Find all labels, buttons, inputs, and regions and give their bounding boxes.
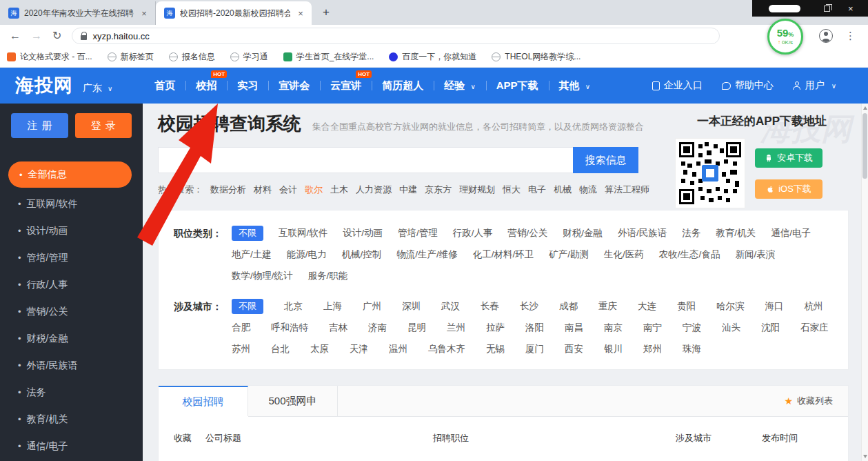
category-option[interactable]: 通信/电子 — [771, 223, 811, 244]
category-option[interactable]: 行政/人事 — [453, 223, 493, 244]
header-link[interactable]: 用户 ∨ — [793, 79, 836, 92]
hot-keyword[interactable]: 材料 — [254, 184, 272, 196]
page-scrollbar[interactable] — [861, 104, 868, 461]
site-logo[interactable]: 海投网 — [15, 73, 73, 98]
city-option[interactable]: 昆明 — [407, 317, 426, 338]
hot-keyword[interactable]: 歌尔 — [305, 184, 323, 196]
search-button[interactable]: 搜索信息 — [573, 147, 638, 173]
city-option[interactable]: 珠海 — [683, 339, 701, 360]
city-option[interactable]: 成都 — [559, 296, 578, 317]
nav-item[interactable]: 实习 — [227, 79, 268, 92]
register-button[interactable]: 注册 — [11, 113, 68, 138]
search-input[interactable] — [158, 147, 573, 173]
sidebar-item[interactable]: 管培/管理 — [0, 244, 143, 271]
category-option[interactable]: 教育/机关 — [716, 223, 756, 244]
reload-icon[interactable]: ↻ — [52, 30, 61, 41]
sidebar-item[interactable]: 设计/动画 — [0, 217, 143, 244]
hot-keyword[interactable]: 算法工程师 — [605, 184, 649, 196]
hot-keyword[interactable]: 土木 — [330, 184, 348, 196]
hot-keyword[interactable]: 人力资源 — [356, 184, 392, 196]
android-download-button[interactable]: 安卓下载 — [755, 148, 822, 168]
city-option[interactable]: 汕头 — [722, 317, 740, 338]
hot-keyword[interactable]: 物流 — [579, 184, 597, 196]
city-option[interactable]: 乌鲁木齐 — [428, 339, 465, 360]
city-option[interactable]: 银川 — [604, 339, 623, 360]
city-option[interactable]: 深圳 — [402, 296, 421, 317]
nav-item[interactable]: 经验 ∨ — [434, 79, 486, 92]
nav-item[interactable]: 其他 ∨ — [549, 79, 601, 92]
hot-keyword[interactable]: 电子 — [528, 184, 546, 196]
hot-keyword[interactable]: 机械 — [554, 184, 572, 196]
category-option[interactable]: 地产/土建 — [232, 244, 272, 265]
city-option[interactable]: 长沙 — [520, 296, 538, 317]
close-window-icon[interactable]: × — [848, 3, 854, 14]
city-option[interactable]: 天津 — [350, 339, 368, 360]
region-selector[interactable]: 广东 ∨ — [83, 82, 112, 95]
category-option[interactable]: 法务 — [682, 223, 700, 244]
bookmark-item[interactable]: 学生首页_在线学堂... — [283, 51, 374, 63]
category-option[interactable]: 机械/控制 — [342, 244, 382, 265]
city-option[interactable]: 合肥 — [232, 317, 250, 338]
city-option[interactable]: 西安 — [565, 339, 583, 360]
hot-keyword[interactable]: 恒大 — [503, 184, 521, 196]
tab-close-icon[interactable]: × — [295, 8, 306, 19]
tab-fortune500[interactable]: 500强网申 — [248, 386, 338, 416]
url-field[interactable]: xyzp.haitou.cc — [72, 28, 720, 44]
category-option[interactable]: 服务/职能 — [308, 266, 348, 286]
browser-tab-1[interactable]: 海 2020年华南农业大学在线招聘会 × — [0, 1, 156, 25]
city-option[interactable]: 贵阳 — [677, 296, 696, 317]
category-option[interactable]: 化工/材料/环卫 — [473, 244, 534, 265]
city-option[interactable]: 拉萨 — [486, 317, 505, 338]
city-option[interactable]: 无锡 — [486, 339, 505, 360]
bookmark-item[interactable]: 论文格式要求 - 百... — [7, 51, 92, 63]
back-icon[interactable]: ← — [10, 30, 21, 41]
hot-keyword[interactable]: 数据分析 — [210, 184, 246, 196]
city-option[interactable]: 温州 — [389, 339, 407, 360]
city-option[interactable]: 兰州 — [447, 317, 465, 338]
city-option[interactable]: 石家庄 — [800, 317, 829, 338]
category-option[interactable]: 农牧/生态/食品 — [659, 244, 720, 265]
city-option[interactable]: 南京 — [604, 317, 623, 338]
bookmark-item[interactable]: 报名信息 — [169, 51, 215, 63]
city-any-chip[interactable]: 不限 — [232, 299, 263, 315]
city-option[interactable]: 哈尔滨 — [716, 296, 745, 317]
forward-icon[interactable]: → — [31, 30, 42, 41]
bookmark-item[interactable]: 百度一下，你就知道 — [389, 51, 476, 63]
category-option[interactable]: 外语/民族语 — [618, 223, 667, 244]
sidebar-item-all-active[interactable]: 全部信息 — [8, 161, 132, 188]
hot-keyword[interactable]: 中建 — [399, 184, 417, 196]
city-option[interactable]: 沈阳 — [761, 317, 780, 338]
city-option[interactable]: 武汉 — [441, 296, 460, 317]
category-option[interactable]: 财税/金融 — [563, 223, 603, 244]
scroll-up-icon[interactable] — [863, 106, 867, 110]
city-option[interactable]: 苏州 — [232, 339, 250, 360]
category-option[interactable]: 营销/公关 — [508, 223, 548, 244]
city-option[interactable]: 济南 — [368, 317, 387, 338]
browser-tab-2-active[interactable]: 海 校园招聘-2020最新校园招聘会信 × — [156, 1, 312, 25]
city-option[interactable]: 太原 — [310, 339, 329, 360]
sidebar-item[interactable]: 外语/民族语 — [0, 352, 143, 379]
profile-icon[interactable] — [819, 29, 833, 43]
hot-keyword[interactable]: 会计 — [279, 184, 297, 196]
sidebar-item[interactable]: 行政/人事 — [0, 271, 143, 298]
city-option[interactable]: 南昌 — [565, 317, 583, 338]
category-option[interactable]: 设计/动画 — [343, 223, 383, 244]
city-option[interactable]: 广州 — [363, 296, 381, 317]
browser-menu-icon[interactable]: ⋮ — [845, 30, 856, 42]
scroll-down-icon[interactable] — [863, 455, 867, 458]
sidebar-item[interactable]: 教育/机关 — [0, 406, 143, 433]
city-option[interactable]: 吉林 — [329, 317, 347, 338]
nav-item[interactable]: 校招 HOT — [185, 79, 227, 92]
category-option[interactable]: 物流/生产/维修 — [396, 244, 458, 265]
category-option[interactable]: 新闻/表演 — [735, 244, 775, 265]
city-option[interactable]: 厦门 — [525, 339, 544, 360]
city-option[interactable]: 洛阳 — [525, 317, 544, 338]
category-option[interactable]: 管培/管理 — [398, 223, 438, 244]
category-option[interactable]: 能源/电力 — [287, 244, 327, 265]
category-any-chip[interactable]: 不限 — [232, 226, 263, 242]
hot-keyword[interactable]: 京东方 — [425, 184, 452, 196]
city-option[interactable]: 上海 — [323, 296, 342, 317]
header-link[interactable]: 帮助中心 — [722, 79, 774, 92]
city-option[interactable]: 北京 — [284, 296, 303, 317]
favorites-link[interactable]: ★ 收藏列表 — [784, 386, 848, 416]
